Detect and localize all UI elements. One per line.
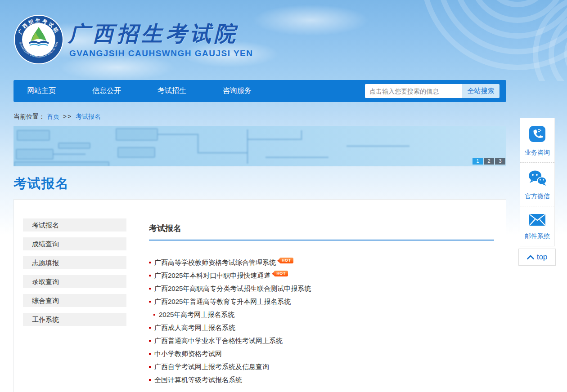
list-item[interactable]: 广西2025年高职高专分类考试招生联合测试申报系统 <box>149 282 500 295</box>
breadcrumb-current-link[interactable]: 考试报名 <box>76 113 101 120</box>
floating-service-panel: 业务咨询 官方微信 邮件系统 <box>520 118 555 246</box>
list-item[interactable]: 广西高等学校教师资格考试综合管理系统HOT <box>149 256 500 269</box>
banner-page-1[interactable]: 1 <box>472 158 483 165</box>
page-root: 广西招生考试院 GVANGJSIH CAUHSWNGH GAUJSI YEN 广… <box>0 0 567 392</box>
list-item[interactable]: 广西普通高中学业水平合格性考试网上系统 <box>149 334 500 347</box>
hot-badge: HOT <box>279 258 293 263</box>
list-item[interactable]: 全国计算机等级考试报名系统 <box>149 373 500 386</box>
site-subtitle: GVANGJSIH CAUHSWNGH GAUJSI YEN <box>69 49 253 58</box>
list-item[interactable]: 2025年高考网上报名系统 <box>149 308 500 321</box>
banner-pagination: 1 2 3 <box>472 158 505 165</box>
breadcrumb-separator: >> <box>63 113 72 120</box>
content-panel: 考试报名 成绩查询 志愿填报 录取查询 综合查询 工作系统 考试报名 广西高等学… <box>14 199 506 392</box>
breadcrumb-label: 当前位置： <box>14 113 45 120</box>
bullet-icon <box>149 379 151 381</box>
search-button[interactable]: 全站搜索 <box>462 84 500 98</box>
banner-page-2[interactable]: 2 <box>484 158 494 165</box>
float-item-mail-system[interactable]: 邮件系统 <box>520 206 554 246</box>
banner-carousel[interactable]: 1 2 3 <box>14 126 506 166</box>
bullet-icon <box>149 327 151 329</box>
site-logo[interactable]: 广西招生考试院 GVANGJSIH CAUHSWNGH GAUJSI YEN <box>14 14 64 65</box>
float-item-label: 邮件系统 <box>520 232 554 241</box>
back-to-top-button[interactable]: top <box>518 249 556 266</box>
sidebar-item-work-system[interactable]: 工作系统 <box>23 313 126 326</box>
site-search: 全站搜索 <box>365 84 500 98</box>
sidebar-item-score-query[interactable]: 成绩查询 <box>23 237 126 250</box>
sidebar-item-admission-query[interactable]: 录取查询 <box>23 275 126 288</box>
page-title: 考试报名 <box>14 175 69 193</box>
list-item[interactable]: 广西自学考试网上报考系统及信息查询 <box>149 360 500 373</box>
float-item-business-consult[interactable]: 业务咨询 <box>520 118 554 162</box>
phone-icon <box>529 125 546 143</box>
bullet-icon <box>149 275 151 276</box>
breadcrumb: 当前位置： 首页 >> 考试报名 <box>14 113 101 121</box>
panel-divider <box>137 200 137 392</box>
list-item[interactable]: 广西2025年本科对口中职申报快速通道HOT <box>149 269 500 282</box>
heading-underline <box>149 240 494 241</box>
bullet-icon <box>149 301 151 303</box>
wechat-icon <box>528 170 547 186</box>
bullet-icon <box>149 366 151 368</box>
system-link-list: 广西高等学校教师资格考试综合管理系统HOT 广西2025年本科对口中职申报快速通… <box>149 256 500 386</box>
section-side-menu: 考试报名 成绩查询 志愿填报 录取查询 综合查询 工作系统 <box>23 218 126 332</box>
float-item-label: 官方微信 <box>520 192 554 200</box>
wave-pattern-decoration <box>342 0 567 81</box>
banner-image <box>14 126 506 166</box>
search-input[interactable] <box>365 84 462 98</box>
sidebar-item-exam-registration[interactable]: 考试报名 <box>23 218 126 232</box>
list-item[interactable]: 广西2025年普通高等教育专升本网上报名系统 <box>149 295 500 308</box>
back-to-top-label: top <box>537 253 548 262</box>
section-heading: 考试报名 <box>149 223 181 234</box>
breadcrumb-home-link[interactable]: 首页 <box>47 113 59 120</box>
nav-item-consult-service[interactable]: 咨询服务 <box>223 86 274 96</box>
site-title: 广西招生考试院 <box>68 20 238 48</box>
bullet-icon <box>149 262 151 263</box>
bullet-icon <box>149 353 151 355</box>
bullet-icon <box>149 340 151 342</box>
sidebar-item-preference-filling[interactable]: 志愿填报 <box>23 256 126 269</box>
mail-icon <box>529 214 546 226</box>
banner-page-3[interactable]: 3 <box>495 158 505 165</box>
bullet-icon <box>149 288 151 290</box>
sidebar-item-comprehensive-query[interactable]: 综合查询 <box>23 294 126 307</box>
float-item-official-wechat[interactable]: 官方微信 <box>520 162 554 206</box>
nav-item-exam-admission[interactable]: 考试招生 <box>158 86 209 96</box>
bullet-icon <box>153 314 155 316</box>
main-navigation: 网站主页 信息公开 考试招生 咨询服务 全站搜索 <box>14 80 506 102</box>
nav-item-home[interactable]: 网站主页 <box>27 86 79 96</box>
nav-item-info-disclosure[interactable]: 信息公开 <box>92 86 144 96</box>
list-item[interactable]: 广西成人高考网上报名系统 <box>149 321 500 334</box>
chevron-up-icon <box>527 255 534 259</box>
list-item[interactable]: 中小学教师资格考试网 <box>149 347 500 360</box>
hot-badge: HOT <box>274 271 288 276</box>
float-item-label: 业务咨询 <box>520 149 554 157</box>
